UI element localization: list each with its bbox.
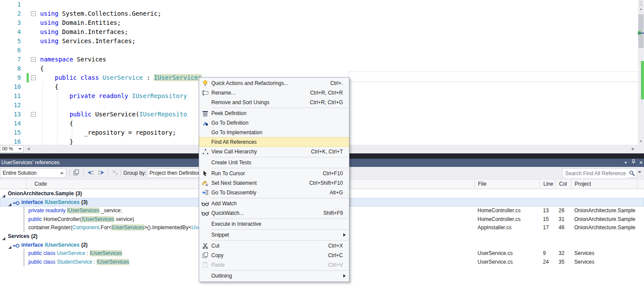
group-by-select[interactable]: Project then Definition [147, 168, 205, 178]
outlining-margin [29, 0, 40, 9]
menu-item-shortcut: Ctrl+. [330, 80, 349, 86]
outlining-margin[interactable]: − [29, 9, 40, 18]
menu-item-cut[interactable]: CutCtrl+X [199, 241, 349, 251]
editor-line[interactable]: 4using Domain.Interfaces; [0, 27, 638, 37]
editor-zoom-select[interactable]: 00 % [0, 145, 24, 153]
menu-item-quickwatch[interactable]: QuickWatch...Shift+F9 [199, 208, 349, 218]
search-icon[interactable] [629, 170, 635, 176]
file-cell: AppInstaller.cs [474, 223, 543, 232]
expander-icon[interactable] [2, 234, 6, 238]
window-position-chevron-icon[interactable]: ▼ [622, 159, 629, 167]
menu-separator [212, 108, 348, 108]
next-location-button[interactable] [97, 169, 105, 177]
expander-icon[interactable] [8, 200, 12, 204]
pin-icon[interactable] [630, 159, 637, 167]
collapse-box-icon[interactable]: − [31, 11, 36, 16]
column-header-project[interactable]: Project [571, 180, 637, 189]
outlining-margin[interactable]: − [29, 73, 40, 82]
copy-results-button[interactable] [73, 169, 81, 177]
interface-keyword: interface [0, 199, 43, 205]
menu-item-rename[interactable]: Rename...Ctrl+R, Ctrl+R [199, 88, 349, 98]
menu-item-label: Add Watch [211, 200, 349, 207]
menu-item-run-to-cursor[interactable]: Run To CursorCtrl+F10 [199, 169, 349, 178]
menu-item-snippet[interactable]: Snippet [199, 230, 349, 240]
collapse-box-icon[interactable]: − [31, 112, 36, 117]
editor-vertical-scrollbar[interactable]: ▲ ▼ [638, 0, 644, 145]
menu-item-go-to-definition[interactable]: Go To Definition [199, 118, 349, 128]
scope-select[interactable]: Entire Solution [0, 168, 66, 178]
code-segment: public [69, 111, 92, 118]
line-number: 1 [0, 0, 21, 9]
scroll-up-arrow-icon[interactable]: ▲ [638, 6, 644, 12]
editor-line[interactable]: 1 [0, 0, 638, 9]
change-margin [21, 128, 29, 137]
menu-separator [212, 218, 348, 219]
editor-line[interactable]: 5using Services.Interfaces; [0, 37, 638, 46]
menu-item-find-all-references[interactable]: Find All References [199, 137, 349, 147]
search-box[interactable] [562, 168, 637, 178]
line-number: 10 [0, 82, 21, 92]
outlining-margin[interactable]: − [29, 55, 40, 64]
menu-item-remove-and-sort-usings[interactable]: Remove and Sort UsingsCtrl+R, Ctrl+G [199, 98, 349, 107]
column-header-blank[interactable] [637, 180, 644, 189]
menu-item-peek-definition[interactable]: Peek Definition [199, 109, 349, 118]
scrollbar-split-gripper[interactable] [638, 0, 644, 6]
line-number: 5 [0, 37, 21, 46]
menu-item-shortcut: Ctrl+K, Ctrl+T [311, 149, 349, 155]
menu-item-label: Go To Disassembly [211, 190, 330, 196]
line-number: 14 [0, 119, 21, 128]
menu-item-outlining[interactable]: Outlining [199, 271, 349, 281]
search-input[interactable] [564, 169, 627, 178]
search-options-chevron-icon[interactable] [638, 171, 641, 173]
close-icon[interactable]: ✕ [637, 159, 644, 167]
highlighted-symbol: IUserServices [82, 216, 115, 222]
menu-item-create-unit-tests[interactable]: Create Unit Tests [199, 158, 349, 167]
submenu-arrow-icon [343, 274, 346, 278]
menu-item-go-to-implementation[interactable]: Go To Implementation [199, 128, 349, 137]
code-segment: using [40, 10, 58, 17]
previous-location-button[interactable] [87, 169, 95, 177]
column-header-blank[interactable] [0, 180, 26, 189]
remove-filter-button-disabled [112, 169, 119, 177]
code-segment [40, 92, 69, 99]
collapse-box-icon[interactable]: − [31, 57, 36, 62]
expander-icon[interactable] [2, 192, 6, 196]
glasses-icon [199, 210, 211, 217]
scope-value: Entire Solution [3, 170, 37, 176]
rename-icon [199, 89, 211, 96]
menu-item-shortcut: Shift+F9 [323, 210, 349, 216]
expander-icon[interactable] [8, 243, 12, 247]
tree-indent-bar [23, 223, 25, 232]
menu-item-quick-actions-and-refactorings[interactable]: Quick Actions and Refactorings...Ctrl+. [199, 78, 349, 88]
outlining-margin [29, 82, 40, 92]
menu-item-shortcut: Ctrl+Shift+F10 [309, 180, 349, 186]
menu-item-view-call-hierarchy[interactable]: View Call HierarchyCtrl+K, Ctrl+T [199, 147, 349, 156]
menu-item-add-watch[interactable]: Add Watch [199, 199, 349, 208]
project-cell: Services [571, 249, 641, 258]
column-header-col[interactable]: Col [555, 180, 571, 189]
menu-item-set-next-statement[interactable]: Set Next StatementCtrl+Shift+F10 [199, 178, 349, 188]
empty-tooltip-box [349, 71, 639, 82]
menu-item-shortcut: Ctrl+F10 [323, 170, 349, 177]
menu-item-label: Create Unit Tests [211, 160, 349, 166]
menu-item-copy[interactable]: CopyCtrl+C [199, 251, 349, 260]
editor-line[interactable]: 2−using System.Collections.Generic; [0, 9, 638, 18]
editor-line[interactable]: 6 [0, 46, 638, 55]
menu-item-go-to-disassembly[interactable]: Go To DisassemblyAlt+G [199, 188, 349, 197]
column-header-file[interactable]: File [474, 180, 539, 189]
scroll-left-arrow-icon[interactable]: ◀ [25, 146, 31, 152]
indent-guide [42, 82, 43, 145]
menu-item-execute-in-interactive[interactable]: Execute in Interactive [199, 219, 349, 229]
code-segment: StudentService [57, 259, 92, 265]
submenu-arrow-icon [343, 233, 346, 237]
code-segment [40, 74, 55, 81]
visual-studio-window: 12−using System.Collections.Generic;3usi… [0, 0, 644, 292]
column-header-line[interactable]: Line [539, 180, 555, 189]
outlining-margin[interactable]: − [29, 110, 40, 119]
menu-item-label: Go To Definition [211, 120, 349, 126]
collapse-box-icon[interactable]: − [31, 75, 36, 80]
editor-line[interactable]: 3using Domain.Entities; [0, 18, 638, 27]
scroll-down-arrow-icon[interactable]: ▼ [638, 139, 644, 145]
editor-line[interactable]: 7−namespace Services [0, 55, 638, 64]
scroll-right-arrow-icon[interactable]: ▶ [630, 146, 636, 152]
